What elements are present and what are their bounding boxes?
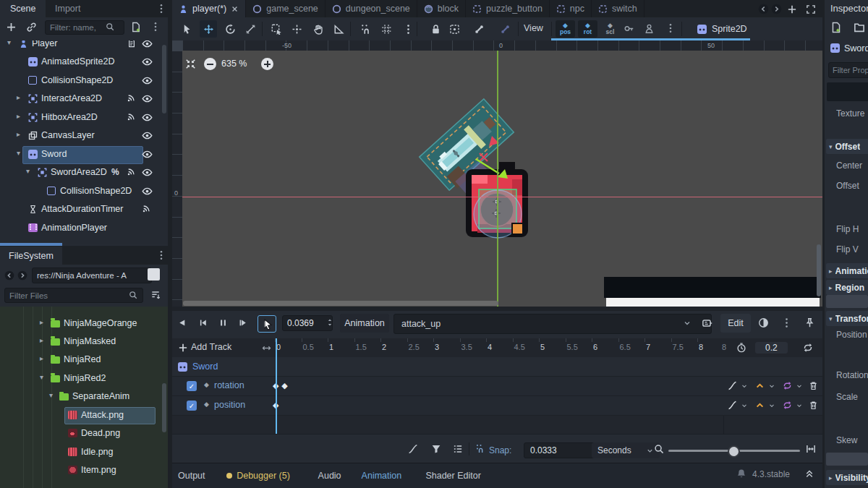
track-enabled-checkbox[interactable]: ✓ <box>187 381 197 391</box>
tree-expand-arrow[interactable]: ▸ <box>40 318 43 326</box>
step-back-icon[interactable] <box>198 318 208 328</box>
play-backwards-icon[interactable] <box>178 318 187 328</box>
expand-bottom-panel-icon[interactable] <box>804 468 814 479</box>
eye-icon[interactable] <box>142 112 153 123</box>
scene-tab[interactable]: player(*) <box>172 0 246 17</box>
onion-skinning-icon[interactable] <box>758 317 769 328</box>
chevron-down-icon[interactable] <box>768 402 775 409</box>
filesystem-filter-input[interactable] <box>4 288 143 303</box>
scene-tree-item[interactable]: ▾Sword <box>0 145 168 163</box>
viewport-vscrollbar[interactable] <box>817 244 821 296</box>
snap-options-icon[interactable] <box>399 20 417 38</box>
scene-tab[interactable]: npc <box>550 0 592 17</box>
playhead[interactable] <box>276 338 277 434</box>
percent-icon[interactable]: % <box>111 167 119 177</box>
new-scene-tab-icon[interactable] <box>787 4 797 14</box>
tab-scene[interactable]: Scene <box>0 0 46 17</box>
fit-timeline-icon[interactable] <box>806 444 816 454</box>
chevron-down-icon[interactable] <box>796 382 803 390</box>
eye-icon[interactable] <box>142 56 153 67</box>
nav-back-icon[interactable] <box>4 270 14 281</box>
add-track-plus-icon[interactable] <box>178 343 188 353</box>
center-view-icon[interactable] <box>185 59 196 69</box>
file-sort-icon[interactable] <box>150 290 161 300</box>
animation-track[interactable]: ✓◆position◆ <box>172 396 822 416</box>
tree-expand-arrow[interactable]: ▾ <box>26 167 30 175</box>
skeleton-options-icon[interactable] <box>496 20 514 38</box>
step-forward-icon[interactable] <box>239 318 248 328</box>
canvas-sprite[interactable] <box>391 87 579 260</box>
key-insert-scl[interactable]: ◆scl <box>600 20 620 38</box>
file-tree-item[interactable]: Item.png <box>0 462 168 479</box>
signal-icon[interactable] <box>127 167 136 176</box>
inspector-section[interactable]: ▸Animation <box>826 263 868 278</box>
snap-value-input[interactable] <box>524 442 597 458</box>
chevron-down-icon[interactable] <box>796 402 803 409</box>
bezier-curve-icon[interactable] <box>408 444 418 454</box>
group-icon[interactable] <box>446 20 463 38</box>
split-mode-button[interactable] <box>148 268 160 281</box>
viewport-hscrollbar[interactable] <box>183 301 498 306</box>
pin-icon[interactable] <box>804 317 815 328</box>
auto-insert-icon[interactable] <box>644 23 655 34</box>
scene-tree-item[interactable]: AnimationPlayer <box>0 219 168 237</box>
tree-expand-arrow[interactable]: ▸ <box>40 354 43 362</box>
group-tracks-icon[interactable] <box>453 444 463 454</box>
eye-icon[interactable] <box>142 149 153 160</box>
file-tree-item[interactable]: ▾SeparateAnim <box>0 388 168 405</box>
pan-tool[interactable] <box>310 20 327 38</box>
distraction-free-icon[interactable] <box>806 4 816 14</box>
file-tree-vscrollbar[interactable] <box>162 383 166 432</box>
inspector-section[interactable]: ▸Region <box>826 280 868 295</box>
lock-icon[interactable] <box>427 20 444 38</box>
loop-icon[interactable] <box>803 343 813 353</box>
scene-tree-item[interactable]: CollisionShape2D <box>0 72 168 90</box>
signal-icon[interactable] <box>127 93 136 103</box>
tree-expand-arrow[interactable]: ▾ <box>17 149 20 157</box>
filter-tracks-icon[interactable] <box>431 444 441 454</box>
snap-mode-dropdown[interactable]: Seconds <box>592 442 660 458</box>
instance-scene-icon[interactable] <box>26 22 37 33</box>
eye-icon[interactable] <box>142 130 153 141</box>
zoom-level[interactable]: 635 % <box>221 59 247 69</box>
scene-dock-menu-icon[interactable] <box>156 4 166 14</box>
animation-length[interactable]: 0.2 <box>755 342 788 354</box>
animation-menu-dots-icon[interactable] <box>781 317 792 328</box>
viewport[interactable]: -50 0 50 0 <box>172 40 822 307</box>
tree-expand-arrow[interactable]: ▸ <box>40 336 43 344</box>
scene-tab[interactable]: block <box>417 0 466 17</box>
tree-expand-arrow[interactable]: ▾ <box>7 40 11 46</box>
tree-expand-arrow[interactable]: ▸ <box>17 130 20 138</box>
bottom-panel-tab[interactable]: Animation <box>362 463 402 488</box>
scene-tree-item[interactable]: ▾Player <box>0 40 168 53</box>
track-enabled-checkbox[interactable]: ✓ <box>187 401 197 411</box>
track-wrap-icon[interactable] <box>755 401 765 410</box>
animation-track[interactable]: ✓◆rotation◆◆ <box>172 377 822 396</box>
eye-icon[interactable] <box>142 93 153 104</box>
scene-menu-icon[interactable] <box>150 22 161 32</box>
filesystem-path[interactable]: res://Ninja Adventure - A <box>32 267 152 283</box>
edit-button[interactable]: Edit <box>720 314 751 333</box>
tab-filesystem[interactable]: FileSystem <box>0 247 62 265</box>
timeline-zoom-icon[interactable] <box>654 444 664 454</box>
add-node-icon[interactable] <box>6 22 17 33</box>
keyframe[interactable]: ◆ <box>281 381 287 390</box>
tree-expand-arrow[interactable]: ▾ <box>49 391 53 399</box>
inspector-section[interactable]: ▾Offset <box>826 139 868 154</box>
delete-track-icon[interactable] <box>809 381 818 390</box>
chevron-down-icon[interactable] <box>741 402 748 409</box>
timeline-pan-icon[interactable] <box>262 343 271 353</box>
list-select-tool[interactable] <box>268 20 285 38</box>
select-tool[interactable] <box>178 20 195 38</box>
file-tree-item[interactable]: ▸NinjaRed <box>0 351 168 368</box>
notification-bell-icon[interactable] <box>736 468 746 479</box>
scene-tree-vscrollbar[interactable] <box>162 45 166 114</box>
track-loop-icon[interactable] <box>783 381 792 390</box>
attach-script-icon[interactable] <box>130 22 141 33</box>
tree-expand-arrow[interactable]: ▸ <box>17 112 20 120</box>
eye-icon[interactable] <box>142 40 153 49</box>
scene-tree-item[interactable]: AnimatedSprite2D <box>0 53 168 71</box>
key-insert-rot[interactable]: ◆rot <box>578 20 597 38</box>
file-tree-item[interactable]: Idle.png <box>0 444 168 461</box>
track-loop-icon[interactable] <box>783 401 792 410</box>
